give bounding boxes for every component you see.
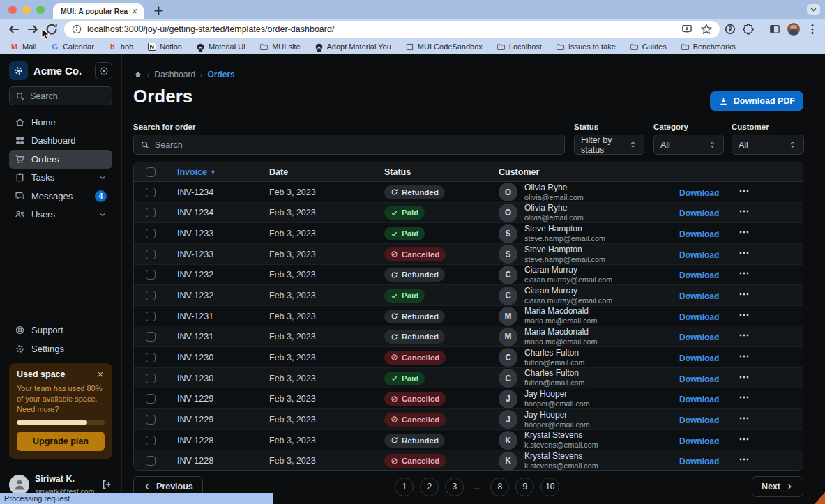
download-link[interactable]: Download <box>679 250 719 260</box>
download-link[interactable]: Download <box>679 395 719 404</box>
sidebar-item-tasks[interactable]: Tasks <box>9 169 112 188</box>
download-link[interactable]: Download <box>679 457 719 466</box>
row-checkbox[interactable] <box>146 394 156 404</box>
row-menu-button[interactable] <box>739 206 750 217</box>
download-link[interactable]: Download <box>679 188 719 198</box>
download-link[interactable]: Download <box>679 270 719 280</box>
zoom-window-button[interactable] <box>36 6 45 14</box>
row-menu-button[interactable] <box>739 392 750 403</box>
side-panel-icon[interactable] <box>769 23 781 36</box>
row-menu-button[interactable] <box>739 227 750 238</box>
row-checkbox[interactable] <box>146 291 156 300</box>
page-button-3[interactable]: 3 <box>445 478 464 496</box>
page-button-10[interactable]: 10 <box>540 478 559 496</box>
row-menu-button[interactable] <box>739 454 750 465</box>
download-link[interactable]: Download <box>679 374 719 384</box>
order-search-input[interactable]: Search <box>133 135 565 155</box>
bookmark-item[interactable]: Issues to take <box>556 43 616 52</box>
row-menu-button[interactable] <box>739 372 750 383</box>
row-checkbox[interactable] <box>146 374 156 383</box>
back-button[interactable] <box>6 22 22 37</box>
row-checkbox[interactable] <box>146 312 156 321</box>
close-tab-icon[interactable] <box>130 7 139 15</box>
reload-button[interactable] <box>44 22 59 37</box>
row-menu-button[interactable] <box>739 310 750 321</box>
row-checkbox[interactable] <box>146 415 156 425</box>
row-checkbox[interactable] <box>146 208 156 217</box>
upgrade-plan-button[interactable]: Upgrade plan <box>17 432 105 451</box>
bookmark-item[interactable]: Adopt Material You <box>315 43 391 52</box>
sidebar-item-users[interactable]: Users <box>9 206 112 224</box>
customer-filter-select[interactable]: All <box>732 135 804 155</box>
row-checkbox[interactable] <box>146 353 156 362</box>
bookmark-item[interactable]: MMail <box>10 43 36 52</box>
row-checkbox[interactable] <box>146 456 156 466</box>
row-checkbox[interactable] <box>146 250 156 259</box>
row-checkbox[interactable] <box>146 188 156 197</box>
row-checkbox[interactable] <box>146 332 156 342</box>
bookmark-item[interactable]: Benchmarks <box>681 43 736 52</box>
row-menu-button[interactable] <box>739 247 750 259</box>
category-filter-select[interactable]: All <box>653 135 724 155</box>
row-menu-button[interactable] <box>739 351 750 362</box>
page-button-1[interactable]: 1 <box>395 478 414 496</box>
download-link[interactable]: Download <box>679 208 719 218</box>
browser-menu-icon[interactable] <box>806 23 819 36</box>
close-window-button[interactable] <box>8 6 17 14</box>
tab-overview-button[interactable] <box>807 4 820 15</box>
select-all-checkbox[interactable] <box>146 167 156 177</box>
address-bar[interactable]: localhost:3000/joy-ui/getting-started/te… <box>64 21 720 38</box>
breadcrumb-dashboard[interactable]: Dashboard <box>154 70 195 79</box>
close-icon[interactable] <box>96 370 105 379</box>
sidebar-item-support[interactable]: Support <box>9 321 112 339</box>
extensions-puzzle-icon[interactable] <box>743 23 755 36</box>
row-checkbox[interactable] <box>146 436 156 445</box>
site-info-icon[interactable] <box>71 24 82 35</box>
bookmark-item[interactable]: bbob <box>108 43 133 52</box>
download-pdf-button[interactable]: Download PDF <box>710 91 803 111</box>
download-link[interactable]: Download <box>679 312 719 322</box>
bookmark-star-icon[interactable] <box>700 23 713 36</box>
page-button-8[interactable]: 8 <box>490 478 509 496</box>
page-button-2[interactable]: 2 <box>420 478 439 496</box>
sidebar-item-dashboard[interactable]: Dashboard <box>9 132 112 151</box>
bookmark-item[interactable]: MUI site <box>259 43 300 52</box>
bookmark-item[interactable]: Localhost <box>497 43 542 52</box>
minimize-window-button[interactable] <box>22 6 31 14</box>
install-app-icon[interactable] <box>681 23 693 36</box>
status-filter-select[interactable]: Filter by status <box>574 135 644 155</box>
browser-tab[interactable]: MUI: A popular React UI fram <box>53 3 144 19</box>
password-extension-icon[interactable] <box>724 23 736 36</box>
row-menu-button[interactable] <box>739 185 750 197</box>
new-tab-button[interactable] <box>152 4 165 17</box>
theme-toggle-button[interactable] <box>95 62 112 79</box>
logout-icon[interactable] <box>101 479 112 490</box>
bookmark-item[interactable]: Material UI <box>196 43 245 52</box>
invoice-sort-header[interactable]: Invoice▼ <box>167 167 259 177</box>
row-checkbox[interactable] <box>146 270 156 280</box>
download-link[interactable]: Download <box>679 415 719 425</box>
browser-profile-avatar[interactable] <box>787 23 800 36</box>
download-link[interactable]: Download <box>679 353 719 363</box>
page-button-9[interactable]: 9 <box>515 478 534 496</box>
download-link[interactable]: Download <box>679 291 719 301</box>
sidebar-item-home[interactable]: Home <box>9 113 112 132</box>
row-menu-button[interactable] <box>739 268 750 279</box>
bookmark-item[interactable]: MUI CodeSandbox <box>405 43 483 52</box>
sidebar-item-orders[interactable]: Orders <box>9 150 112 169</box>
sidebar-item-settings[interactable]: Settings <box>9 339 112 358</box>
forward-button[interactable] <box>25 22 40 37</box>
brand-logo[interactable] <box>9 61 28 80</box>
row-menu-button[interactable] <box>739 330 750 341</box>
download-link[interactable]: Download <box>679 333 719 342</box>
row-menu-button[interactable] <box>739 413 750 424</box>
sidebar-search-input[interactable]: Search <box>9 86 112 105</box>
bookmark-item[interactable]: NNotion <box>147 43 182 52</box>
sidebar-item-messages[interactable]: Messages 4 <box>9 187 112 206</box>
bookmark-item[interactable]: GCalendar <box>50 43 94 52</box>
row-checkbox[interactable] <box>146 229 156 238</box>
next-page-button[interactable]: Next <box>752 476 803 497</box>
home-icon[interactable] <box>134 70 142 79</box>
download-link[interactable]: Download <box>679 229 719 239</box>
row-menu-button[interactable] <box>739 289 750 300</box>
